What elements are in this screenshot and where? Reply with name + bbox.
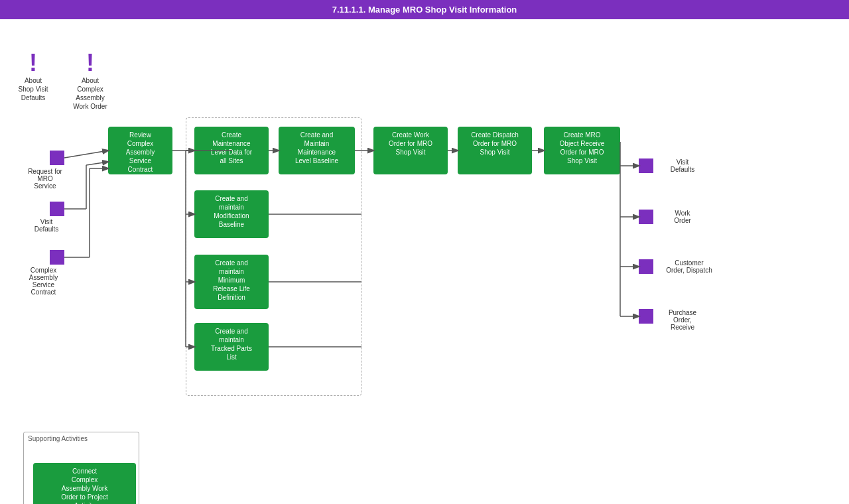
work-order-out-square	[639, 210, 653, 224]
visit-defaults-input-square	[50, 202, 64, 216]
create-dispatch-order-box[interactable]: Create DispatchOrder for MROShop Visit	[458, 127, 532, 174]
customer-order-out-label: CustomerOrder, Dispatch	[656, 259, 722, 274]
create-tracked-parts-box[interactable]: Create andmaintainTracked PartsList	[194, 323, 269, 371]
about-shop-visit-label: AboutShop VisitDefaults	[19, 76, 48, 102]
page-title: 7.11.1.1. Manage MRO Shop Visit Informat…	[332, 5, 517, 15]
about-complex-assembly-info[interactable]: ! AboutComplexAssemblyWork Order	[64, 51, 117, 111]
svg-line-0	[64, 151, 108, 158]
purchase-order-out-square	[639, 309, 653, 324]
request-mro-square	[50, 151, 64, 165]
visit-defaults-out-label: VisitDefaults	[656, 158, 709, 173]
create-mro-receive-box[interactable]: Create MROObject ReceiveOrder for MROSho…	[544, 127, 620, 174]
request-mro-label: Request forMROService	[19, 168, 72, 190]
work-order-out-label: WorkOrder	[656, 210, 709, 224]
customer-order-out-square	[639, 259, 653, 274]
purchase-order-out-label: PurchaseOrder,Receive	[656, 309, 709, 331]
about-shop-visit-info[interactable]: ! AboutShop VisitDefaults	[7, 51, 60, 102]
exclamation-icon-2: !	[86, 51, 94, 75]
visit-defaults-input-label: VisitDefaults	[27, 218, 66, 233]
review-complex-box[interactable]: ReviewComplexAssemblyServiceContract	[108, 127, 172, 174]
create-modification-baseline-box[interactable]: Create andmaintainModificationBaseline	[194, 190, 269, 238]
complex-assembly-input-square	[50, 250, 64, 265]
about-complex-assembly-label: AboutComplexAssemblyWork Order	[73, 76, 107, 111]
create-work-order-box[interactable]: Create WorkOrder for MROShop Visit	[373, 127, 448, 174]
title-bar: 7.11.1.1. Manage MRO Shop Visit Informat…	[0, 0, 849, 19]
exclamation-icon-1: !	[29, 51, 37, 75]
create-min-release-life-box[interactable]: Create andmaintainMinimumRelease LifeDef…	[194, 255, 269, 309]
visit-defaults-out-square	[639, 158, 653, 173]
supporting-activities-label: Supporting Activities	[28, 435, 88, 442]
supporting-activities-container: Supporting Activities ConnectComplexAsse…	[23, 432, 139, 504]
complex-assembly-input-label: ComplexAssemblyServiceContract	[19, 267, 68, 296]
svg-line-24	[86, 162, 108, 165]
connect-complex-assembly-box[interactable]: ConnectComplexAssembly WorkOrder to Proj…	[33, 463, 136, 504]
